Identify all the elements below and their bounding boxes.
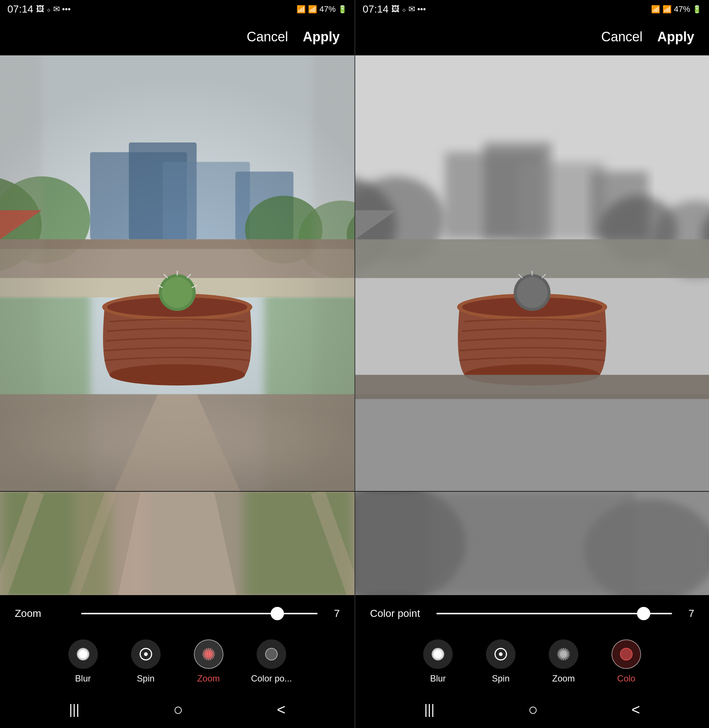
svg-rect-68 [355,375,709,399]
slider-fill-right [436,613,643,614]
menu-nav-right[interactable]: ||| [424,702,435,717]
colorpoint-icon-wrap-left [257,639,286,669]
slider-label-left: Zoom [15,608,74,619]
signal-icon-left: 📶 [308,5,317,14]
zoom-icon-right [557,648,570,660]
back-nav-left[interactable]: < [277,702,286,718]
top-image-right [355,55,709,491]
top-image-left [0,55,354,491]
photo-icon-right: 🖼 [391,4,400,14]
slider-area-left: Zoom 7 [0,595,354,632]
bottom-image-right [355,492,709,595]
colorpoint-icon-wrap-right [611,639,641,669]
status-left-right: 07:14 🖼 ⬦ ✉ ••• [363,3,426,15]
email-icon-left: ✉ [53,4,60,14]
status-bar-right: 07:14 🖼 ⬦ ✉ ••• 📶 📶 47% 🔋 [355,0,709,19]
slider-area-right: Color point 7 [355,595,709,632]
wifi-icon-right: 📶 [651,5,660,14]
menu-nav-left[interactable]: ||| [69,702,79,717]
blur-icon-left [77,648,89,660]
spin-icon-right [495,648,507,660]
screenshot-icon-left: ⬦ [47,5,51,14]
svg-point-28 [162,277,193,308]
slider-thumb-left[interactable] [271,607,284,620]
zoom-icon-wrap-left [194,639,223,669]
time-right: 07:14 [363,3,388,15]
back-nav-right[interactable]: < [632,702,640,718]
svg-point-63 [516,277,548,308]
image-area-left [0,55,354,595]
cancel-button-right[interactable]: Cancel [601,29,643,45]
battery-icon-right: 🔋 [692,5,702,14]
slider-label-right: Color point [370,608,429,619]
more-icon-right: ••• [417,4,426,14]
nav-bar-right: ||| ○ < [355,691,709,728]
spin-icon-left [140,648,152,660]
bottom-image-left [0,492,354,595]
spin-label-left: Spin [137,673,155,684]
status-icons-left: 🖼 ⬦ ✉ ••• [36,4,70,14]
colorpoint-label-left: Color po... [251,673,292,684]
colorpoint-label-right: Colo [617,673,635,684]
blur-icon-wrap-left [68,639,98,669]
signal-icon-right: 📶 [662,5,672,14]
screenshot-icon-right: ⬦ [402,5,406,14]
battery-left: 47% [319,4,336,14]
email-icon-right: ✉ [408,4,415,14]
slider-fill-left [81,613,277,614]
home-nav-left[interactable]: ○ [173,700,183,719]
svg-point-34 [109,364,245,386]
zoom-label-right: Zoom [552,673,575,684]
status-right-left: 📶 📶 47% 🔋 [296,4,347,14]
colorpoint-icon-left [265,648,278,660]
mode-blur-left[interactable]: Blur [63,639,104,684]
blur-icon-wrap-right [423,639,453,669]
status-right-right: 📶 📶 47% 🔋 [651,4,702,14]
slider-value-left: 7 [325,608,340,619]
image-area-right [355,55,709,595]
apply-button-left[interactable]: Apply [303,29,340,45]
svg-rect-73 [429,492,636,595]
svg-rect-43 [74,492,148,595]
right-panel: 07:14 🖼 ⬦ ✉ ••• 📶 📶 47% 🔋 Cancel Apply [354,0,709,728]
spin-label-right: Spin [492,673,509,684]
colorpoint-icon-right [620,648,633,660]
zoom-label-left: Zoom [197,673,220,684]
mode-colorpoint-left[interactable]: Color po... [251,639,292,684]
apply-button-right[interactable]: Apply [657,29,694,45]
svg-rect-56 [355,394,709,491]
more-icon-left: ••• [62,4,70,14]
slider-track-left[interactable] [81,613,318,614]
slider-track-right[interactable] [436,613,672,614]
spin-icon-wrap-left [131,639,160,669]
nav-bar-left: ||| ○ < [0,691,354,728]
left-panel: 07:14 🖼 ⬦ ✉ ••• 📶 📶 47% 🔋 Cancel Apply [0,0,354,728]
status-bar-left: 07:14 🖼 ⬦ ✉ ••• 📶 📶 47% 🔋 [0,0,354,19]
photo-icon-left: 🖼 [36,4,44,14]
action-bar-left: Cancel Apply [0,19,354,55]
blur-icon-right [432,648,444,660]
blur-label-left: Blur [75,673,91,684]
mode-colorpoint-right[interactable]: Colo [606,639,646,684]
wifi-icon-left: 📶 [296,5,306,14]
mode-spin-right[interactable]: Spin [480,639,521,684]
spin-icon-wrap-right [486,639,515,669]
home-nav-right[interactable]: ○ [528,700,538,719]
mode-zoom-left[interactable]: Zoom [188,639,229,684]
mode-zoom-right[interactable]: Zoom [543,639,584,684]
time-left: 07:14 [7,3,33,15]
blur-label-right: Blur [430,673,446,684]
status-left: 07:14 🖼 ⬦ ✉ ••• [7,3,70,15]
mode-spin-left[interactable]: Spin [125,639,166,684]
mode-blur-right[interactable]: Blur [418,639,458,684]
cancel-button-left[interactable]: Cancel [247,29,288,45]
battery-right: 47% [674,4,690,14]
zoom-icon-wrap-right [549,639,578,669]
battery-icon-left: 🔋 [338,5,347,14]
status-icons-right: 🖼 ⬦ ✉ ••• [391,4,426,14]
action-bar-right: Cancel Apply [355,19,709,55]
mode-bar-right: Blur Spin Zoom Colo [355,632,709,691]
zoom-icon-left [202,648,215,660]
slider-value-right: 7 [680,608,694,619]
slider-thumb-right[interactable] [637,607,650,620]
